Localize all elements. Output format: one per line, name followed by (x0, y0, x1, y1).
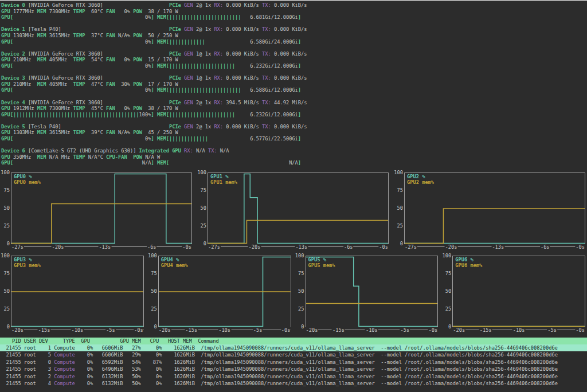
process-row-selected[interactable]: 21455 root 1 Compute 0% 6606MiB 27% 0% 1… (0, 344, 587, 351)
process-row[interactable]: 21455 root 3 Compute 0% 6496MiB 53% 0% 1… (0, 366, 587, 373)
x-tick-label: -0s (281, 327, 291, 333)
legend-gpu-util: GPU2 % (407, 174, 434, 180)
x-tick-label: -5s (547, 327, 557, 333)
legend-gpu-util: GPU0 % (14, 174, 41, 180)
process-row[interactable]: 21455 root 2 Compute 0% 6132MiB 50% 0% 1… (0, 373, 587, 380)
y-tick-label: 25 (201, 223, 206, 229)
text-segment: TEMP (73, 57, 85, 62)
chart-legend: GPU0 %GPU0 mem% (14, 174, 41, 186)
text-segment: 0% (145, 136, 151, 142)
gpu2-mem-series-line (405, 209, 585, 244)
text-segment (127, 154, 133, 160)
y-tick-label: 50 (151, 288, 156, 294)
text-segment (103, 51, 169, 57)
text-segment: Compute (54, 381, 75, 386)
text-segment: GPU[ (1, 87, 13, 93)
y-tick-label: 25 (397, 223, 403, 229)
text-segment: RX: (214, 51, 226, 57)
process-table-header: PID USER DEV TYPE GPU GPU MEM CPU HOST M… (0, 338, 587, 344)
text-segment: 21455 root 1 Compute 0% 6606MiB 27% 0% 1… (0, 345, 558, 351)
text-segment: CPU-FAN (106, 154, 127, 160)
text-segment (13, 87, 145, 93)
x-axis-labels: -20s-15s-10s-5s-0s (452, 327, 585, 334)
text-segment: GEN (184, 51, 196, 57)
device-1-bars-line: GPU[ 0%] MEM[|||||||||||| 6.580Gi/24.000… (1, 39, 587, 45)
device-1-stats-line: GPU 1303MHz MEM 3615MHz TEMP 37°C FAN N/… (1, 33, 587, 39)
y-tick-label: 75 (151, 271, 156, 276)
text-segment: 2@ 1x (196, 124, 214, 130)
text-segment: TEMP (73, 81, 85, 87)
text-segment: 45 / 250 W (142, 130, 178, 135)
y-tick-label: 50 (4, 205, 10, 211)
x-tick-label: -0s (134, 327, 144, 333)
device-4-stats-line: GPU 1912MHz MEM 7300MHz TEMP 45°C FAN 0%… (1, 105, 587, 112)
x-tick-label: -13s (98, 244, 111, 250)
text-segment: Integrated GPU (139, 148, 184, 154)
y-axis-labels: 1007550250 (1, 173, 11, 244)
text-segment: N/A (289, 160, 298, 166)
text-segment: N/A°C (85, 154, 106, 160)
text-segment (13, 160, 142, 166)
text-segment: 6.232Gi/12.000Gi (250, 63, 298, 69)
y-tick-label: 100 (148, 253, 157, 258)
chart-legend: GPU1 %GPU1 mem% (210, 174, 237, 186)
text-segment: Compute (54, 366, 75, 372)
gpu0-mem-series-line (11, 203, 191, 243)
y-tick-label: 0 (204, 241, 206, 246)
text-segment: [NVIDIA GeForce RTX 3060] (28, 2, 103, 8)
text-segment: N/A MHz (46, 154, 73, 160)
x-tick-label: -5s (400, 327, 410, 333)
text-segment: PCIe (169, 100, 184, 105)
text-segment: ] (151, 112, 157, 117)
text-segment: Device 4 (1, 100, 28, 105)
device-0-stats-line: GPU 1777MHz MEM 7300MHz TEMP 60°C FAN 0%… (1, 9, 587, 15)
x-tick-label: -20s (51, 244, 64, 250)
device-block-1: Device 1 [Tesla P40] PCIe GEN 2@ 1x RX: … (1, 26, 587, 45)
chart-legend: GPU3 %GPU3 mem% (14, 257, 41, 269)
process-row[interactable]: 21455 root 4 Compute 0% 6132MiB 50% 0% 1… (0, 380, 587, 387)
y-tick-label: 0 (7, 324, 10, 330)
text-segment: TX: (262, 2, 274, 8)
text-segment: 1@ 1x (196, 75, 214, 81)
text-segment: RX: (184, 148, 196, 154)
text-segment: GEN (184, 75, 196, 81)
text-segment: TX: (262, 75, 274, 81)
x-axis-labels: -27s-20s-13s-6s-0s (404, 244, 585, 251)
text-segment: ||||||||||||| (169, 136, 208, 142)
gpu5-chart-box: GPU5 %GPU5 mem% (306, 256, 439, 327)
utilization-charts-row-1: 1007550250GPU0 %GPU0 mem%-27s-20s-13s-6s… (0, 173, 587, 251)
x-tick-label: -10s (512, 327, 526, 333)
text-segment: 3615MHz (46, 130, 73, 135)
text-segment: GPU[ (1, 136, 13, 142)
text-segment: 2@ 1x (196, 2, 214, 8)
text-segment: ] (151, 87, 157, 93)
text-segment: ] (151, 39, 157, 45)
y-axis-labels: 1007550250 (1, 256, 11, 327)
gpu2-utilization-chart: 1007550250GPU2 %GPU2 mem%-27s-20s-13s-6s… (394, 173, 585, 251)
text-segment: 0.000 KiB/s (226, 2, 262, 8)
y-tick-label: 25 (298, 306, 304, 312)
process-row[interactable]: 21455 root 0 Compute 0% 6592MiB 54% 87% … (0, 359, 587, 366)
text-segment: FAN (106, 81, 115, 87)
text-segment: GPU[ (1, 112, 13, 117)
text-segment: ] (151, 14, 157, 20)
device-5-stats-line: GPU 1303MHz MEM 3615MHz TEMP 39°C FAN N/… (1, 130, 587, 136)
x-tick-label: -0s (428, 327, 439, 333)
text-segment: 30% (115, 81, 133, 87)
text-segment: |||||||||||||||||||||| (169, 63, 235, 69)
y-tick-label: 50 (445, 288, 451, 294)
text-segment: GEN (184, 2, 196, 8)
x-tick-label: -20s (444, 244, 457, 250)
text-segment: GPU[ (1, 63, 13, 69)
text-segment: 6.232Gi/12.000Gi (250, 112, 298, 117)
text-segment: 350MHz (10, 154, 37, 160)
chart-legend: GPU6 %GPU6 mem% (455, 257, 482, 269)
text-segment: PCIe (169, 124, 184, 130)
legend-gpu-mem: GPU6 mem% (455, 262, 482, 269)
text-segment: TX: (262, 124, 274, 130)
legend-gpu-mem: GPU4 mem% (161, 262, 188, 269)
gpu6-utilization-chart: 1007550250GPU6 %GPU6 mem%-20s-15s-10s-5s… (442, 256, 585, 334)
process-row[interactable]: 21455 root 5 Compute 0% 6606MiB 29% 0% 1… (0, 351, 587, 358)
legend-gpu-util: GPU1 % (210, 174, 237, 180)
device-2-stats-line: GPU 210MHz MEM 405MHz TEMP 54°C FAN 0% P… (1, 57, 587, 63)
